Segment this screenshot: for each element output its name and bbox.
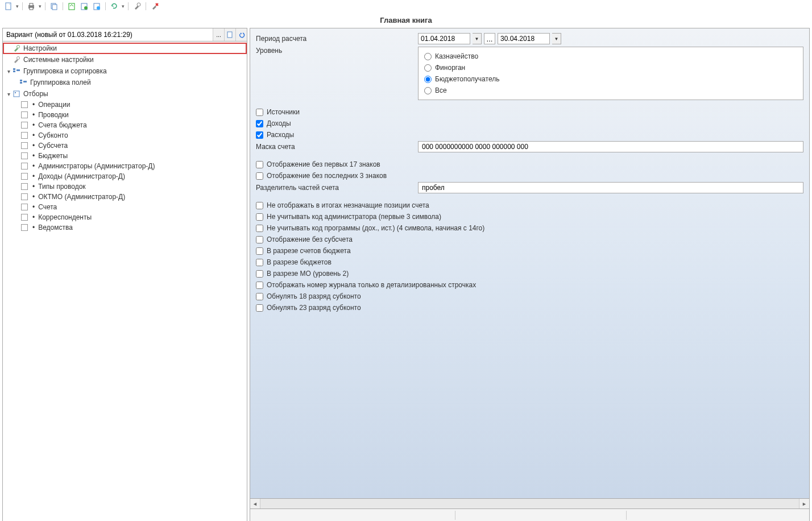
filter-item-icon [21, 193, 28, 200]
tree-filter-item[interactable]: •Корреспонденты [3, 212, 247, 222]
tree-filter-item[interactable]: •Субконто [3, 130, 247, 140]
filter-item-icon [21, 204, 28, 210]
expenses-checkbox[interactable] [256, 131, 263, 139]
svg-rect-15 [13, 68, 15, 70]
hide-first17-checkbox[interactable] [256, 161, 263, 168]
grouping-icon [12, 67, 21, 76]
print-icon[interactable] [26, 1, 36, 11]
svg-rect-21 [14, 91, 19, 97]
doc-new-icon[interactable] [3, 1, 14, 11]
refresh-icon[interactable] [109, 1, 119, 11]
no-program-code-checkbox[interactable] [256, 225, 263, 232]
left-panel: ... Настройки Системные настройки ▾ Груп… [2, 28, 247, 521]
tree-settings[interactable]: Настройки [3, 43, 247, 54]
page-title: Главная книга [0, 13, 812, 28]
level-radio-group: Казначейство Финорган Бюджетополучатель … [418, 47, 803, 100]
filter-item-icon [21, 122, 28, 129]
hide-last3-checkbox[interactable] [256, 172, 263, 180]
horizontal-scrollbar[interactable]: ◄ ► [250, 498, 809, 508]
zero-18-checkbox[interactable] [256, 293, 263, 300]
date-from-input[interactable] [418, 33, 470, 44]
svg-point-11 [137, 3, 140, 6]
tree-filter-item[interactable]: •Счета [3, 202, 247, 212]
settings-tree: Настройки Системные настройки ▾ Группиро… [3, 42, 247, 521]
level-recipient-radio[interactable] [424, 76, 432, 83]
tree-filter-item[interactable]: •Субсчета [3, 140, 247, 151]
filter-item-icon [21, 111, 28, 118]
income-checkbox[interactable] [256, 120, 263, 127]
period-ellipsis-button[interactable]: ... [484, 33, 495, 44]
filter-item-icon [21, 173, 28, 180]
filter-item-icon [21, 214, 28, 221]
variant-row: ... [3, 28, 247, 42]
svg-rect-18 [20, 80, 22, 81]
tree-filter-item[interactable]: •Типы проводок [3, 181, 247, 192]
variant-input[interactable] [3, 28, 213, 41]
right-panel: Период расчета ▼ ... ▼ Уровень Казначейс… [250, 28, 810, 521]
no-leading-totals-checkbox[interactable] [256, 202, 263, 209]
no-subacct-checkbox[interactable] [256, 236, 263, 243]
svg-point-10 [97, 6, 100, 10]
tree-filter-item[interactable]: •Проводки [3, 110, 247, 120]
tools-icon[interactable] [132, 1, 142, 11]
by-budget-accts-checkbox[interactable] [256, 247, 263, 255]
collapse-icon[interactable]: ▾ [5, 91, 12, 97]
tree-filter-item[interactable]: •Администраторы (Администратор-Д) [3, 161, 247, 171]
filter-item-icon [21, 142, 28, 149]
svg-rect-22 [15, 92, 16, 93]
tree-filter-item[interactable]: •Операции [3, 100, 247, 110]
period-label: Период расчета [256, 35, 418, 43]
filter-item-icon [21, 101, 28, 108]
tree-filter-item[interactable]: •Ведомства [3, 222, 247, 233]
main-toolbar: ▾ ▾ ▾ [0, 0, 812, 13]
tree-filters[interactable]: ▾ Отборы [3, 88, 247, 100]
variant-new-button[interactable] [224, 28, 235, 41]
filter-icon [12, 89, 21, 98]
svg-rect-17 [16, 69, 20, 71]
svg-rect-3 [30, 7, 33, 10]
tree-filter-item[interactable]: •Бюджеты [3, 151, 247, 161]
scroll-left-button[interactable]: ◄ [250, 499, 260, 508]
filter-item-icon [21, 183, 28, 190]
date-to-input[interactable] [498, 33, 550, 44]
tree-filter-item[interactable]: •Доходы (Администратор-Д) [3, 171, 247, 181]
svg-rect-19 [20, 82, 22, 84]
separator-input[interactable] [418, 182, 803, 193]
scroll-right-button[interactable]: ► [799, 499, 809, 508]
status-bar [250, 508, 809, 521]
level-finorgan-radio[interactable] [424, 64, 432, 72]
tree-field-grouping[interactable]: Группировка полей [3, 77, 247, 88]
tree-filter-item[interactable]: •ОКТМО (Администратор-Д) [3, 192, 247, 202]
no-admin-code-checkbox[interactable] [256, 213, 263, 221]
by-budgets-checkbox[interactable] [256, 259, 263, 266]
copy-icon[interactable] [49, 1, 59, 11]
mask-input[interactable] [418, 141, 803, 152]
filter-item-icon [21, 132, 28, 139]
level-treasury-radio[interactable] [424, 53, 432, 60]
separator-label: Разделитель частей счета [256, 184, 418, 192]
wrench-icon [12, 55, 21, 64]
tree-filter-item[interactable]: •Счета бюджета [3, 120, 247, 130]
tools-delete-icon[interactable] [150, 1, 160, 11]
mask-label: Маска счета [256, 143, 418, 151]
svg-rect-16 [13, 71, 15, 72]
level-label: Уровень [256, 47, 418, 55]
export-data-icon[interactable] [79, 1, 89, 11]
tree-sys-settings[interactable]: Системные настройки [3, 54, 247, 65]
sources-checkbox[interactable] [256, 109, 263, 116]
level-all-radio[interactable] [424, 87, 432, 94]
collapse-icon[interactable]: ▾ [5, 68, 12, 75]
tree-grouping[interactable]: ▾ Группировка и сортировка [3, 65, 247, 77]
filter-item-icon [21, 152, 28, 159]
scroll-track[interactable] [260, 499, 799, 508]
date-to-dropdown[interactable]: ▼ [552, 33, 561, 44]
by-mo-checkbox[interactable] [256, 270, 263, 278]
export-sheet-icon[interactable] [67, 1, 77, 11]
date-from-dropdown[interactable]: ▼ [473, 33, 482, 44]
svg-point-13 [17, 46, 20, 48]
import-data-icon[interactable] [92, 1, 102, 11]
variant-undo-button[interactable] [235, 28, 247, 41]
zero-23-checkbox[interactable] [256, 304, 263, 312]
variant-browse-button[interactable]: ... [213, 28, 224, 41]
journal-detail-checkbox[interactable] [256, 282, 263, 289]
